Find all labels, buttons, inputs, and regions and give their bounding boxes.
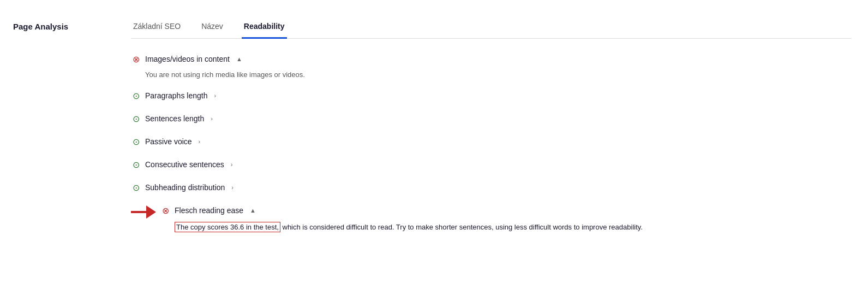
item-description-images-videos: You are not using rich media like images…	[145, 69, 852, 83]
arrow-indicator	[131, 205, 156, 219]
analysis-item-subheading-distribution: ⊙ Subheading distribution ›	[131, 177, 852, 198]
flesch-highlight: The copy scores 36.6 in the test,	[175, 222, 280, 232]
status-icon-images-videos: ⊗	[131, 54, 141, 64]
item-label-sentences-length: Sentences length	[145, 114, 204, 123]
analysis-row-consecutive-sentences[interactable]: ⊙ Consecutive sentences ›	[131, 154, 852, 175]
arrow-head	[146, 205, 156, 219]
item-label-subheading-distribution: Subheading distribution	[145, 183, 225, 192]
chevron-passive-voice: ›	[199, 138, 201, 145]
flesch-wrapper: ⊗ Flesch reading ease ▲ The copy scores …	[131, 200, 852, 236]
arrow-body	[131, 211, 146, 213]
analysis-row-flesch[interactable]: ⊗ Flesch reading ease ▲	[160, 200, 852, 221]
analysis-item-consecutive-sentences: ⊙ Consecutive sentences ›	[131, 154, 852, 175]
flesch-description: The copy scores 36.6 in the test, which …	[175, 221, 852, 236]
tab-bar: Základní SEO Název Readability	[131, 16, 852, 39]
status-icon-consecutive-sentences: ⊙	[131, 160, 141, 169]
good-icon: ⊙	[133, 91, 140, 101]
status-icon-passive-voice: ⊙	[131, 137, 141, 146]
good-icon-consecutive: ⊙	[133, 160, 140, 170]
item-label-passive-voice: Passive voice	[145, 137, 192, 146]
status-icon-paragraphs-length: ⊙	[131, 91, 141, 101]
analysis-item-flesch: ⊗ Flesch reading ease ▲ The copy scores …	[131, 200, 852, 236]
tab-nazev[interactable]: Název	[199, 16, 225, 39]
chevron-flesch: ▲	[250, 207, 256, 214]
tab-zakladni-seo[interactable]: Základní SEO	[131, 16, 183, 39]
item-label-consecutive-sentences: Consecutive sentences	[145, 160, 224, 169]
analysis-row-images-videos[interactable]: ⊗ Images/videos in content ▲	[131, 49, 852, 69]
flesch-content: ⊗ Flesch reading ease ▲ The copy scores …	[160, 200, 852, 236]
analysis-row-sentences-length[interactable]: ⊙ Sentences length ›	[131, 108, 852, 129]
bad-icon: ⊗	[133, 54, 140, 64]
analysis-list: ⊗ Images/videos in content ▲ You are not…	[131, 49, 852, 236]
chevron-subheading-distribution: ›	[231, 184, 234, 191]
page-title: Page Analysis	[13, 22, 68, 31]
arrow-container	[131, 205, 156, 219]
analysis-item-paragraphs-length: ⊙ Paragraphs length ›	[131, 85, 852, 106]
analysis-row-passive-voice[interactable]: ⊙ Passive voice ›	[131, 131, 852, 152]
item-label-images-videos: Images/videos in content	[145, 55, 230, 63]
bad-icon-flesch: ⊗	[162, 205, 169, 216]
analysis-row-paragraphs-length[interactable]: ⊙ Paragraphs length ›	[131, 85, 852, 106]
status-icon-flesch: ⊗	[160, 205, 170, 215]
item-label-flesch: Flesch reading ease	[175, 206, 243, 215]
analysis-row-subheading-distribution[interactable]: ⊙ Subheading distribution ›	[131, 177, 852, 198]
analysis-item-sentences-length: ⊙ Sentences length ›	[131, 108, 852, 129]
status-icon-sentences-length: ⊙	[131, 114, 141, 124]
analysis-item-passive-voice: ⊙ Passive voice ›	[131, 131, 852, 152]
tab-readability[interactable]: Readability	[242, 16, 287, 39]
good-icon-passive: ⊙	[133, 137, 140, 147]
chevron-consecutive-sentences: ›	[231, 161, 233, 168]
good-icon-subheading: ⊙	[133, 183, 140, 193]
status-icon-subheading-distribution: ⊙	[131, 183, 141, 192]
chevron-sentences-length: ›	[211, 115, 213, 122]
analysis-item-images-videos: ⊗ Images/videos in content ▲ You are not…	[131, 49, 852, 83]
chevron-images-videos: ▲	[236, 56, 242, 62]
chevron-paragraphs-length: ›	[214, 92, 216, 99]
good-icon-sentences: ⊙	[133, 114, 140, 124]
flesch-rest-text: which is considered difficult to read. T…	[280, 223, 643, 231]
item-label-paragraphs-length: Paragraphs length	[145, 91, 207, 100]
